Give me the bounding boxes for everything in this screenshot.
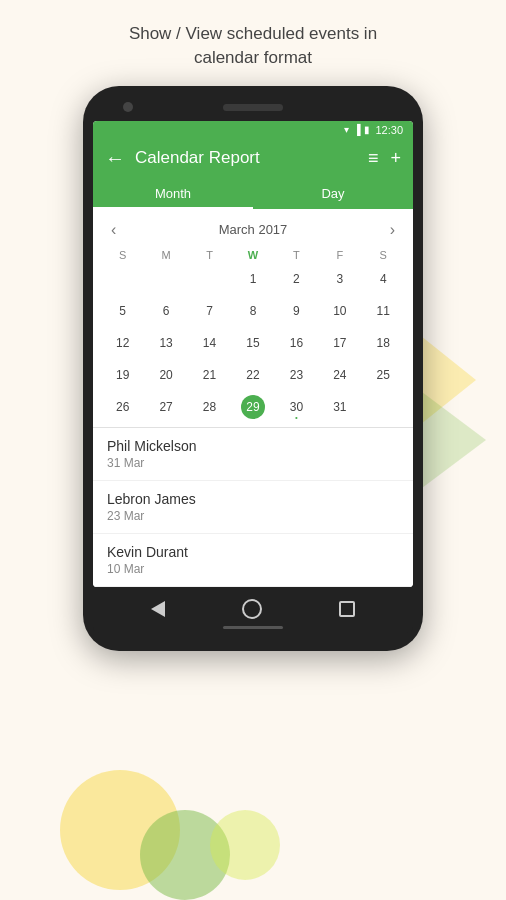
calendar-grid: S M T W T F S 12345678910111213141516171… xyxy=(101,247,405,423)
calendar-day[interactable]: 18 xyxy=(362,327,405,359)
calendar-day[interactable]: 4 xyxy=(362,263,405,295)
calendar-day xyxy=(362,391,405,423)
app-bar-actions: ≡ + xyxy=(368,148,401,169)
calendar-day[interactable]: 7 xyxy=(188,295,231,327)
app-bar-title: Calendar Report xyxy=(135,148,358,168)
event-item[interactable]: Phil Mickelson31 Mar xyxy=(93,428,413,481)
event-date: 23 Mar xyxy=(107,509,399,523)
calendar-day[interactable]: 5 xyxy=(101,295,144,327)
status-icons: ▾ ▐ ▮ xyxy=(344,124,370,135)
calendar-day xyxy=(101,263,144,295)
day-header-mon: M xyxy=(144,247,187,263)
day-header-sun: S xyxy=(101,247,144,263)
calendar-day[interactable]: 28 xyxy=(188,391,231,423)
phone-bottom-nav xyxy=(93,587,413,627)
calendar-day[interactable]: 19 xyxy=(101,359,144,391)
calendar-day[interactable]: 20 xyxy=(144,359,187,391)
calendar-day[interactable]: 16 xyxy=(275,327,318,359)
calendar-day[interactable]: 8 xyxy=(231,295,274,327)
phone-bottom-bar xyxy=(93,627,413,633)
calendar-day[interactable]: 31 xyxy=(318,391,361,423)
phone-speaker xyxy=(223,104,283,111)
calendar-day[interactable]: 29 xyxy=(231,391,274,423)
list-view-button[interactable]: ≡ xyxy=(368,148,379,169)
signal-icon: ▐ xyxy=(353,124,360,135)
prev-month-button[interactable]: ‹ xyxy=(105,219,122,241)
bg-decoration-lime xyxy=(210,810,280,880)
events-list: Phil Mickelson31 MarLebron James23 MarKe… xyxy=(93,428,413,587)
bottom-line xyxy=(223,626,283,629)
status-time: 12:30 xyxy=(375,124,403,136)
calendar-section: ‹ March 2017 › S M T W T F S xyxy=(93,209,413,428)
tab-bar: Month Day xyxy=(93,178,413,209)
page-header-text: Show / View scheduled events incalendar … xyxy=(129,22,377,70)
battery-icon: ▮ xyxy=(364,124,370,135)
calendar-day[interactable]: 17 xyxy=(318,327,361,359)
phone-screen: ▾ ▐ ▮ 12:30 ← Calendar Report ≡ + Month … xyxy=(93,121,413,587)
calendar-day[interactable]: 14 xyxy=(188,327,231,359)
phone-top-bar xyxy=(93,100,413,121)
day-header-thu: T xyxy=(275,247,318,263)
wifi-icon: ▾ xyxy=(344,124,349,135)
page-header: Show / View scheduled events incalendar … xyxy=(99,0,407,86)
app-bar: ← Calendar Report ≡ + xyxy=(93,139,413,178)
event-date: 31 Mar xyxy=(107,456,399,470)
calendar-day[interactable]: 6 xyxy=(144,295,187,327)
event-name: Lebron James xyxy=(107,491,399,507)
back-button[interactable]: ← xyxy=(105,147,125,170)
calendar-day xyxy=(188,263,231,295)
calendar-day[interactable]: 9 xyxy=(275,295,318,327)
phone-frame: ▾ ▐ ▮ 12:30 ← Calendar Report ≡ + Month … xyxy=(83,86,423,651)
day-header-sat: S xyxy=(362,247,405,263)
event-name: Kevin Durant xyxy=(107,544,399,560)
status-bar: ▾ ▐ ▮ 12:30 xyxy=(93,121,413,139)
calendar-day[interactable]: 2 xyxy=(275,263,318,295)
calendar-day[interactable]: 11 xyxy=(362,295,405,327)
calendar-day[interactable]: 27 xyxy=(144,391,187,423)
calendar-day[interactable]: 10 xyxy=(318,295,361,327)
tab-day[interactable]: Day xyxy=(253,178,413,209)
nav-back-button[interactable] xyxy=(151,601,165,617)
day-header-fri: F xyxy=(318,247,361,263)
day-header-tue: T xyxy=(188,247,231,263)
calendar-month-title: March 2017 xyxy=(219,222,288,237)
event-item[interactable]: Lebron James23 Mar xyxy=(93,481,413,534)
calendar-day[interactable]: 26 xyxy=(101,391,144,423)
event-item[interactable]: Kevin Durant10 Mar xyxy=(93,534,413,587)
next-month-button[interactable]: › xyxy=(384,219,401,241)
tab-month[interactable]: Month xyxy=(93,178,253,209)
calendar-day[interactable]: 1 xyxy=(231,263,274,295)
calendar-day[interactable]: 13 xyxy=(144,327,187,359)
event-name: Phil Mickelson xyxy=(107,438,399,454)
event-date: 10 Mar xyxy=(107,562,399,576)
calendar-day[interactable]: 3 xyxy=(318,263,361,295)
calendar-day[interactable]: 21 xyxy=(188,359,231,391)
nav-home-button[interactable] xyxy=(242,599,262,619)
phone-camera xyxy=(123,102,133,112)
calendar-day[interactable]: 25 xyxy=(362,359,405,391)
calendar-nav: ‹ March 2017 › xyxy=(101,217,405,247)
calendar-day[interactable]: 23 xyxy=(275,359,318,391)
calendar-day[interactable]: 24 xyxy=(318,359,361,391)
calendar-day[interactable]: 22 xyxy=(231,359,274,391)
day-header-wed: W xyxy=(231,247,274,263)
nav-recents-button[interactable] xyxy=(339,601,355,617)
calendar-day[interactable]: 15 xyxy=(231,327,274,359)
calendar-day xyxy=(144,263,187,295)
calendar-day[interactable]: 30 xyxy=(275,391,318,423)
add-event-button[interactable]: + xyxy=(390,148,401,169)
calendar-day[interactable]: 12 xyxy=(101,327,144,359)
